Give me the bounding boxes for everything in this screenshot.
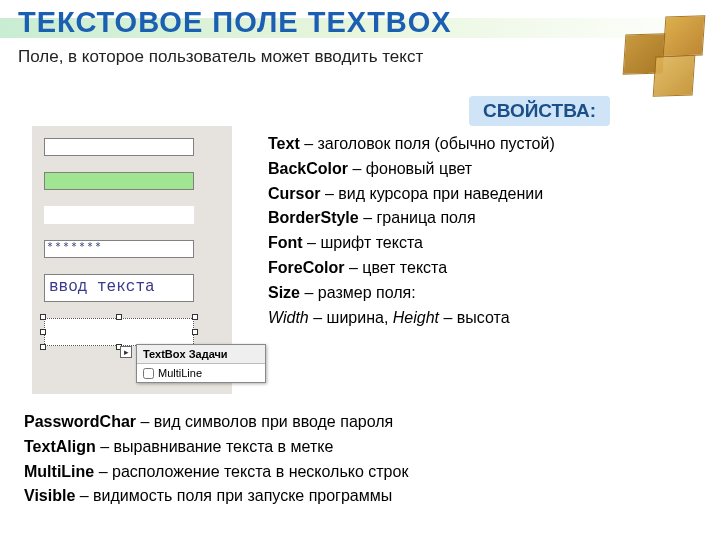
prop-name: Visible	[24, 487, 75, 504]
prop-desc: – шрифт текста	[303, 234, 423, 251]
prop-row: MultiLine – расположение текста в нескол…	[24, 460, 694, 485]
textbox-sample-labeled[interactable]: ввод текста	[44, 274, 194, 302]
smart-tag-option-row[interactable]: MultiLine	[137, 364, 265, 382]
textbox-sample-password[interactable]: *******	[44, 240, 194, 258]
prop-row: Cursor – вид курсора при наведении	[268, 182, 698, 207]
textbox-sample-green[interactable]	[44, 172, 194, 190]
properties-list-bottom: PasswordChar – вид символов при вводе па…	[24, 410, 694, 509]
smart-tag-title: TextBox Задачи	[137, 345, 265, 364]
prop-name: PasswordChar	[24, 413, 136, 430]
multiline-checkbox[interactable]	[143, 368, 154, 379]
prop-name: ForeColor	[268, 259, 344, 276]
prop-sub-name: Height	[393, 309, 439, 326]
prop-sub-name: Width	[268, 309, 309, 326]
prop-row: Size – размер поля:	[268, 281, 698, 306]
prop-name: BorderStyle	[268, 209, 359, 226]
prop-desc: – вид курсора при наведении	[320, 185, 543, 202]
prop-sub-desc: – высота	[439, 309, 510, 326]
prop-row: BorderStyle – граница поля	[268, 206, 698, 231]
cube-decoration	[594, 6, 714, 106]
prop-row: Visible – видимость поля при запуске про…	[24, 484, 694, 509]
properties-list-right: Text – заголовок поля (обычно пустой) Ba…	[268, 132, 698, 330]
prop-name: MultiLine	[24, 463, 94, 480]
prop-name: Font	[268, 234, 303, 251]
prop-desc: – фоновый цвет	[348, 160, 472, 177]
prop-row: TextAlign – выравнивание текста в метке	[24, 435, 694, 460]
prop-row: Text – заголовок поля (обычно пустой)	[268, 132, 698, 157]
subtitle: Поле, в которое пользователь может вводи…	[18, 46, 518, 67]
prop-name: Text	[268, 135, 300, 152]
prop-desc: – вид символов при вводе пароля	[136, 413, 393, 430]
prop-name: BackColor	[268, 160, 348, 177]
multiline-label: MultiLine	[158, 367, 202, 379]
prop-name: Size	[268, 284, 300, 301]
prop-sub-desc: – ширина,	[309, 309, 393, 326]
prop-row: Font – шрифт текста	[268, 231, 698, 256]
smart-tag-icon[interactable]	[120, 346, 132, 358]
prop-row: ForeColor – цвет текста	[268, 256, 698, 281]
prop-name: Cursor	[268, 185, 320, 202]
textbox-sample-plain[interactable]	[44, 138, 194, 156]
prop-row: PasswordChar – вид символов при вводе па…	[24, 410, 694, 435]
smart-tag-panel: TextBox Задачи MultiLine	[136, 344, 266, 383]
page-title: ТЕКСТОВОЕ ПОЛЕ TEXTBOX	[18, 6, 452, 39]
prop-row: BackColor – фоновый цвет	[268, 157, 698, 182]
textbox-sample-selected[interactable]	[44, 318, 194, 346]
prop-name: TextAlign	[24, 438, 96, 455]
prop-desc: – выравнивание текста в метке	[96, 438, 334, 455]
prop-desc: – граница поля	[359, 209, 476, 226]
prop-desc: – цвет текста	[344, 259, 447, 276]
prop-desc: – размер поля:	[300, 284, 416, 301]
prop-desc: – заголовок поля (обычно пустой)	[300, 135, 555, 152]
prop-desc: – расположение текста в несколько строк	[94, 463, 408, 480]
prop-desc: – видимость поля при запуске программы	[75, 487, 392, 504]
textbox-sample-noborder[interactable]	[44, 206, 194, 224]
prop-size-sub: Width – ширина, Height – высота	[268, 306, 698, 331]
properties-heading: СВОЙСТВА:	[469, 96, 610, 126]
